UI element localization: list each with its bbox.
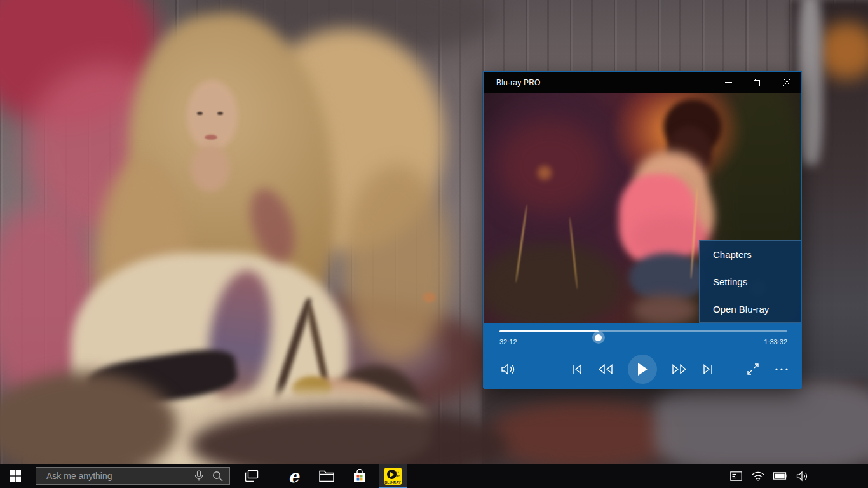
play-button[interactable] (628, 355, 657, 384)
woman-face (187, 80, 238, 151)
more-options-icon (775, 367, 789, 371)
battery-icon (773, 472, 787, 480)
taskbar-app-bluray-pro[interactable]: ••• PRO BLU-RAY (379, 464, 407, 488)
player-controls: 32:12 1:33:32 (484, 323, 801, 389)
taskbar-app-file-explorer[interactable] (313, 464, 341, 488)
seek-bar[interactable] (499, 323, 787, 334)
previous-chapter-button[interactable] (571, 363, 583, 376)
seek-thumb[interactable] (592, 331, 605, 344)
desktop: Blu-ray PRO (0, 0, 868, 488)
wifi-icon (752, 471, 764, 481)
tray-volume-icon (796, 471, 809, 482)
volume-button[interactable] (499, 360, 518, 379)
fast-forward-icon (671, 363, 688, 375)
menu-item-chapters[interactable]: Chapters (700, 241, 801, 268)
maximize-button[interactable] (743, 72, 772, 93)
menu-item-open-bluray[interactable]: Open Blu-ray (700, 295, 801, 322)
bluray-icon-label: BLU-RAY (384, 480, 402, 484)
woman-hair-flow (343, 165, 451, 362)
elapsed-time: 32:12 (499, 338, 517, 346)
menu-item-settings-label: Settings (713, 276, 747, 287)
taskbar-app-edge[interactable]: e (280, 464, 308, 488)
minimize-button[interactable] (714, 72, 743, 93)
woman-lips (205, 135, 217, 140)
rewind-icon (597, 363, 614, 375)
context-menu: Chapters Settings Open Blu-ray (699, 240, 801, 323)
menu-item-settings[interactable]: Settings (700, 268, 801, 295)
wallpaper-red-ground (489, 400, 680, 464)
seek-track[interactable] (499, 330, 787, 332)
woman-eye-right (217, 112, 223, 115)
close-button[interactable] (772, 72, 801, 93)
task-view-button[interactable] (238, 464, 266, 488)
windows-logo-icon (10, 470, 21, 482)
more-options-button[interactable] (775, 367, 789, 371)
fast-forward-button[interactable] (671, 363, 688, 375)
microphone-icon[interactable] (194, 470, 203, 482)
video-bokeh1 (538, 166, 552, 180)
taskbar: Ask me anything e (0, 464, 868, 488)
menu-item-chapters-label: Chapters (713, 249, 752, 260)
system-tray (729, 464, 868, 488)
woman-neck (191, 145, 230, 192)
action-center-icon (730, 471, 742, 481)
wifi-button[interactable] (751, 464, 765, 488)
play-icon (636, 362, 649, 377)
search-box[interactable]: Ask me anything (36, 467, 230, 485)
taskbar-app-store[interactable] (346, 464, 374, 488)
window-title: Blu-ray PRO (484, 78, 714, 87)
woman-eye-left (197, 112, 203, 115)
search-placeholder: Ask me anything (43, 471, 194, 481)
volume-icon (501, 362, 516, 376)
action-center-button[interactable] (729, 464, 743, 488)
seek-fill (499, 330, 599, 332)
menu-item-open-bluray-label: Open Blu-ray (713, 304, 769, 315)
bluray-icon-pro-text: PRO (395, 475, 400, 478)
video-frame[interactable]: Chapters Settings Open Blu-ray (484, 93, 801, 323)
store-icon (353, 469, 367, 483)
total-time: 1:33:32 (764, 338, 787, 346)
wallpaper-gray-path (654, 381, 868, 464)
tray-volume-button[interactable] (796, 464, 810, 488)
rewind-button[interactable] (597, 363, 614, 375)
battery-button[interactable] (773, 464, 787, 488)
fullscreen-icon (747, 363, 759, 376)
file-explorer-icon (319, 470, 334, 482)
next-chapter-button[interactable] (702, 363, 714, 376)
close-icon (783, 79, 790, 86)
player-titlebar[interactable]: Blu-ray PRO (484, 72, 801, 93)
previous-chapter-icon (571, 363, 583, 376)
search-icon[interactable] (212, 471, 223, 482)
start-button[interactable] (0, 464, 31, 488)
bluray-pro-icon: ••• PRO BLU-RAY (384, 468, 402, 485)
restore-icon (754, 79, 761, 86)
minimize-icon (725, 79, 732, 86)
next-chapter-icon (702, 363, 714, 376)
edge-icon: e (288, 468, 299, 485)
task-view-icon (245, 470, 259, 482)
player-window: Blu-ray PRO (483, 71, 802, 388)
girl-legs (632, 295, 697, 323)
fullscreen-button[interactable] (747, 363, 759, 376)
video-maroon-blur (496, 118, 604, 214)
transport-buttons (484, 355, 801, 384)
